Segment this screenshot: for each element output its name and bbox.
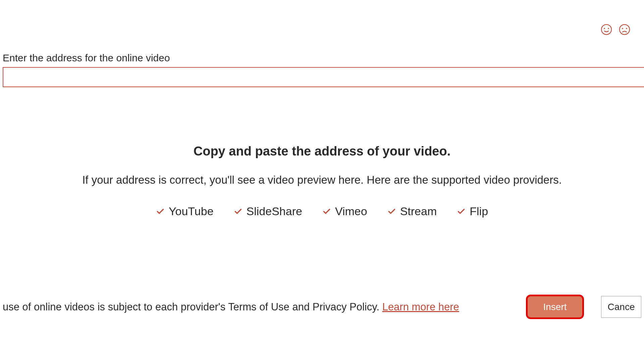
check-icon: [156, 207, 165, 216]
provider-name: Stream: [400, 205, 437, 218]
provider-item: Vimeo: [322, 205, 367, 218]
provider-name: SlideShare: [247, 205, 302, 218]
svg-point-1: [604, 28, 605, 29]
content-area: Copy and paste the address of your video…: [0, 144, 644, 218]
provider-name: Flip: [470, 205, 488, 218]
svg-point-2: [608, 28, 609, 29]
button-group: Insert Cance: [527, 296, 641, 318]
svg-point-5: [626, 28, 627, 29]
svg-point-3: [620, 24, 630, 35]
sub-text: If your address is correct, you'll see a…: [0, 174, 644, 186]
terms-text: use of online videos is subject to each …: [3, 301, 527, 313]
svg-point-4: [622, 28, 623, 29]
check-icon: [234, 207, 243, 216]
cancel-button[interactable]: Cance: [601, 296, 641, 318]
insert-button[interactable]: Insert: [527, 296, 583, 318]
provider-item: Stream: [387, 205, 437, 218]
address-input-label: Enter the address for the online video: [3, 52, 170, 64]
provider-item: YouTube: [156, 205, 214, 218]
check-icon: [322, 207, 331, 216]
feedback-icons: [600, 23, 631, 36]
provider-name: Vimeo: [335, 205, 367, 218]
address-input[interactable]: [3, 67, 644, 87]
check-icon: [387, 207, 396, 216]
providers-list: YouTube SlideShare Vimeo Stream Flip: [0, 205, 644, 218]
learn-more-link[interactable]: Learn more here: [382, 301, 459, 313]
smile-icon[interactable]: [600, 23, 612, 36]
check-icon: [457, 207, 466, 216]
provider-name: YouTube: [169, 205, 214, 218]
bottom-bar: use of online videos is subject to each …: [0, 296, 644, 318]
main-heading: Copy and paste the address of your video…: [0, 144, 644, 159]
terms-text-content: use of online videos is subject to each …: [3, 301, 382, 313]
provider-item: Flip: [457, 205, 488, 218]
provider-item: SlideShare: [234, 205, 302, 218]
frown-icon[interactable]: [619, 23, 631, 36]
svg-point-0: [601, 24, 611, 35]
